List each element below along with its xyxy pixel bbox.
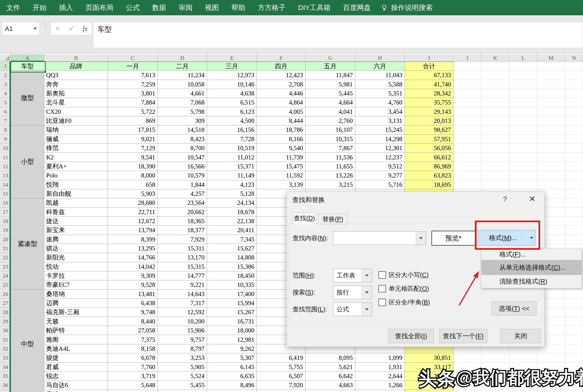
- cell-M10[interactable]: [537, 144, 565, 153]
- row-header-14[interactable]: 14: [0, 180, 11, 189]
- cell-C16[interactable]: 28,680: [108, 198, 158, 207]
- row-header-4[interactable]: 4: [0, 89, 11, 98]
- cell-D17[interactable]: 20,662: [158, 208, 207, 216]
- cell-B31[interactable]: 雅阁: [44, 335, 108, 344]
- cell-D34[interactable]: 5,905: [158, 362, 207, 372]
- cell-M7[interactable]: [537, 116, 565, 125]
- cell-C37[interactable]: 9,402: [108, 390, 158, 392]
- cell-I6[interactable]: 29,143: [405, 107, 454, 116]
- cell-N12[interactable]: [565, 162, 583, 171]
- cell-B22[interactable]: 新阳光: [44, 253, 108, 262]
- cell-B14[interactable]: 悦翔: [44, 180, 108, 189]
- cell-E9[interactable]: 7,728: [207, 134, 257, 144]
- cell-D18[interactable]: 18,365: [158, 216, 207, 226]
- cell-G2[interactable]: 11,847: [306, 71, 355, 80]
- cell-E28[interactable]: 15,267: [207, 308, 257, 317]
- cell-E5[interactable]: 6,515: [207, 98, 257, 107]
- row-header-32[interactable]: 32: [0, 344, 11, 353]
- cell-E12[interactable]: 15,371: [207, 162, 257, 171]
- cell-L3[interactable]: [509, 80, 537, 89]
- row-header-27[interactable]: 27: [0, 299, 11, 308]
- cell-B2[interactable]: QQ3: [44, 71, 108, 80]
- cell-F6[interactable]: 4,005: [257, 107, 306, 116]
- ribbon-tab-3[interactable]: 插入: [53, 0, 79, 15]
- tab-replace[interactable]: 替换(P): [318, 214, 347, 224]
- cell-M35[interactable]: [537, 372, 565, 381]
- cell-H10[interactable]: 12,301: [355, 144, 405, 153]
- cell-B17[interactable]: 科鲁兹: [44, 208, 108, 216]
- cell-K33[interactable]: [481, 353, 509, 362]
- cell-K2[interactable]: [481, 71, 509, 80]
- cell-D11[interactable]: 10,547: [158, 153, 207, 162]
- cell-B37[interactable]: 君越: [44, 390, 108, 392]
- cell-J12[interactable]: [454, 162, 481, 171]
- cell-E27[interactable]: 15,994: [207, 299, 257, 308]
- cell-B30[interactable]: 帕萨特: [44, 326, 108, 335]
- cell-N11[interactable]: [565, 153, 583, 162]
- cell-F13[interactable]: 11,592: [257, 171, 306, 180]
- row-header-18[interactable]: 18: [0, 216, 11, 226]
- search-dropdown-icon[interactable]: [362, 286, 372, 299]
- cell-B11[interactable]: K2: [44, 153, 108, 162]
- cell-F3[interactable]: 2,708: [257, 80, 306, 89]
- cell-N17[interactable]: [565, 208, 583, 216]
- cell-N1[interactable]: [565, 62, 583, 71]
- cell-F14[interactable]: 3,139: [257, 180, 306, 189]
- cell-B19[interactable]: 新宝来: [44, 226, 108, 235]
- cell-E34[interactable]: 6,145: [207, 362, 257, 372]
- cell-L11[interactable]: [509, 153, 537, 162]
- cell-C29[interactable]: 8,440: [108, 317, 158, 326]
- column-header-E[interactable]: E: [207, 54, 257, 62]
- ribbon-tab-4[interactable]: 页面布局: [79, 0, 119, 15]
- cell-M9[interactable]: [537, 134, 565, 144]
- row-header-15[interactable]: 15: [0, 189, 11, 198]
- cell-N6[interactable]: [565, 107, 583, 116]
- cell-G6[interactable]: 4,041: [306, 107, 355, 116]
- cell-C12[interactable]: 18,390: [108, 162, 158, 171]
- cell-C19[interactable]: 13,794: [108, 226, 158, 235]
- cell-B28[interactable]: 福克斯-三厢: [44, 308, 108, 317]
- tab-find[interactable]: 查找(D): [292, 213, 316, 224]
- cell-D15[interactable]: 4,257: [158, 189, 207, 198]
- row-header-16[interactable]: 16: [0, 198, 11, 207]
- cell-N33[interactable]: [565, 353, 583, 362]
- cell-N18[interactable]: [565, 216, 583, 226]
- cell-H8[interactable]: 15,245: [355, 125, 405, 134]
- cell-L10[interactable]: [509, 144, 537, 153]
- cell-M1[interactable]: [537, 62, 565, 71]
- cell-N13[interactable]: [565, 171, 583, 180]
- header-cell-B1[interactable]: 品牌: [44, 62, 108, 71]
- column-header-G[interactable]: G: [306, 54, 355, 62]
- cell-N29[interactable]: [565, 317, 583, 326]
- cell-M37[interactable]: [537, 390, 565, 392]
- cell-G34[interactable]: 5,621: [306, 362, 355, 372]
- cell-G7[interactable]: 2,760: [306, 116, 355, 125]
- cell-H13[interactable]: 9,277: [355, 171, 405, 180]
- cell-K3[interactable]: [481, 80, 509, 89]
- group-cell-紧凑型[interactable]: 紧凑型: [11, 198, 44, 290]
- cell-G8[interactable]: 16,107: [306, 125, 355, 134]
- cell-E6[interactable]: 6,123: [207, 107, 257, 116]
- cell-J34[interactable]: [454, 362, 481, 372]
- cell-B27[interactable]: 迈腾: [44, 299, 108, 308]
- cell-D24[interactable]: 14,777: [158, 271, 207, 280]
- cell-E25[interactable]: 10,335: [207, 280, 257, 289]
- cell-H36[interactable]: 1,266: [355, 381, 405, 390]
- close-button[interactable]: 关闭: [501, 329, 541, 343]
- cell-N9[interactable]: [565, 134, 583, 144]
- cell-D12[interactable]: 16,566: [158, 162, 207, 171]
- cell-I7[interactable]: 20,013: [405, 116, 454, 125]
- row-header-23[interactable]: 23: [0, 262, 11, 271]
- cell-N35[interactable]: [565, 372, 583, 381]
- column-header-J[interactable]: J: [454, 54, 481, 62]
- cell-B18[interactable]: 捷达: [44, 216, 108, 226]
- cell-E18[interactable]: 22,138: [207, 216, 257, 226]
- cell-C28[interactable]: 9,748: [108, 308, 158, 317]
- cell-N34[interactable]: [565, 362, 583, 372]
- cell-H5[interactable]: 4,760: [355, 98, 405, 107]
- cell-K35[interactable]: [481, 372, 509, 381]
- cell-K7[interactable]: [481, 116, 509, 125]
- cell-N2[interactable]: [565, 71, 583, 80]
- cell-K12[interactable]: [481, 162, 509, 171]
- cell-I2[interactable]: 67,133: [405, 71, 454, 80]
